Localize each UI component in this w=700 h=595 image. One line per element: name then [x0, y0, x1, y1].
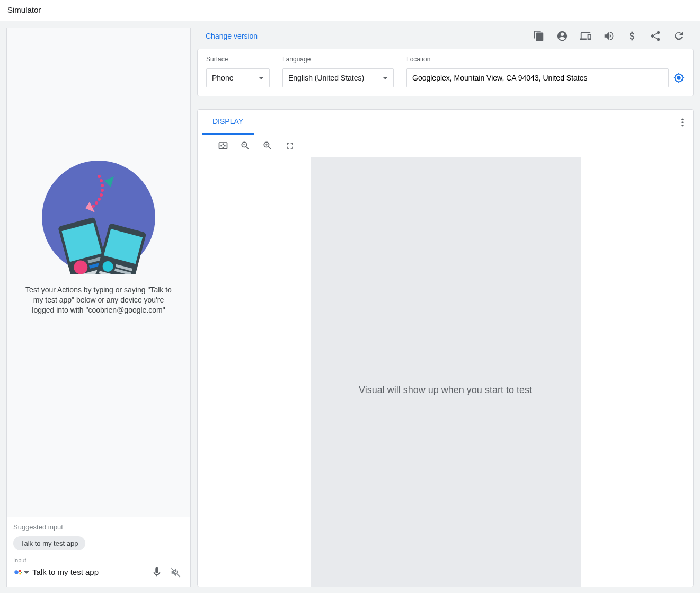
- chevron-down-icon: [383, 77, 388, 79]
- more-vert-icon[interactable]: [676, 116, 689, 129]
- svg-point-15: [100, 179, 103, 182]
- svg-point-16: [101, 184, 104, 187]
- svg-point-17: [101, 189, 104, 192]
- language-label: Language: [282, 56, 394, 63]
- share-icon[interactable]: [649, 30, 662, 42]
- simulator-chat-panel: Test your Actions by typing or saying "T…: [6, 28, 191, 587]
- intro-text: Test your Actions by typing or saying "T…: [24, 285, 173, 315]
- preview-area: Visual will show up when you start to te…: [198, 157, 693, 587]
- refresh-icon[interactable]: [672, 30, 685, 42]
- location-setting: Location: [406, 56, 685, 87]
- suggested-input-area: Suggested input Talk to my test app: [7, 517, 190, 553]
- message-input[interactable]: [32, 565, 146, 579]
- tab-display[interactable]: DISPLAY: [202, 110, 254, 135]
- copy-icon[interactable]: [533, 30, 545, 42]
- payment-icon[interactable]: [626, 30, 639, 42]
- volume-icon[interactable]: [602, 30, 615, 42]
- account-icon[interactable]: [556, 30, 569, 42]
- display-toolbar: [198, 135, 693, 157]
- language-setting: Language English (United States): [282, 56, 394, 87]
- surface-setting: Surface Phone: [206, 56, 270, 87]
- svg-point-33: [223, 144, 223, 144]
- svg-point-18: [100, 193, 103, 197]
- display-card: DISPLAY: [197, 109, 694, 587]
- svg-point-32: [225, 145, 225, 146]
- change-version-link[interactable]: Change version: [206, 32, 258, 40]
- svg-point-31: [221, 145, 221, 146]
- svg-point-23: [14, 570, 19, 574]
- zoom-out-icon[interactable]: [240, 140, 251, 151]
- surface-value: Phone: [212, 74, 233, 82]
- surface-select[interactable]: Phone: [206, 68, 270, 87]
- right-panel: Change version: [197, 21, 700, 593]
- speaker-off-icon[interactable]: [168, 564, 184, 580]
- svg-point-27: [681, 118, 683, 120]
- display-tabs: DISPLAY: [198, 110, 693, 135]
- svg-point-34: [223, 147, 223, 148]
- devices-icon[interactable]: [579, 30, 592, 42]
- assistant-icon: [13, 567, 23, 577]
- microphone-icon[interactable]: [149, 564, 165, 580]
- assistant-mode-toggle[interactable]: [13, 565, 29, 579]
- location-input[interactable]: [406, 68, 669, 87]
- main-content: Test your Actions by typing or saying "T…: [0, 21, 700, 593]
- gps-icon[interactable]: [673, 72, 685, 84]
- preview-placeholder: Visual will show up when you start to te…: [311, 157, 581, 587]
- chevron-down-icon: [24, 571, 29, 574]
- svg-point-26: [21, 572, 22, 573]
- suggestion-chip[interactable]: Talk to my test app: [13, 536, 85, 550]
- fullscreen-icon[interactable]: [285, 140, 295, 151]
- zoom-in-icon[interactable]: [262, 140, 273, 151]
- svg-point-28: [681, 121, 683, 123]
- suggested-input-label: Suggested input: [13, 523, 184, 531]
- language-value: English (United States): [288, 74, 364, 82]
- location-label: Location: [406, 56, 685, 63]
- svg-point-14: [98, 175, 101, 178]
- intro-illustration: [42, 161, 156, 274]
- surface-label: Surface: [206, 56, 270, 63]
- input-label: Input: [13, 557, 184, 563]
- top-bar: Change version: [197, 28, 694, 49]
- svg-point-25: [19, 573, 21, 575]
- preview-placeholder-text: Visual will show up when you start to te…: [359, 385, 532, 396]
- input-area: Input: [7, 553, 190, 587]
- page-title: Simulator: [0, 0, 700, 21]
- svg-point-20: [95, 201, 98, 205]
- svg-point-24: [19, 570, 22, 573]
- svg-point-19: [98, 198, 101, 201]
- svg-point-29: [681, 125, 683, 126]
- chat-area: Test your Actions by typing or saying "T…: [7, 28, 190, 517]
- fit-screen-icon[interactable]: [218, 140, 228, 151]
- language-select[interactable]: English (United States): [282, 68, 394, 87]
- chevron-down-icon: [259, 77, 264, 79]
- settings-card: Surface Phone Language English (United S…: [197, 49, 694, 96]
